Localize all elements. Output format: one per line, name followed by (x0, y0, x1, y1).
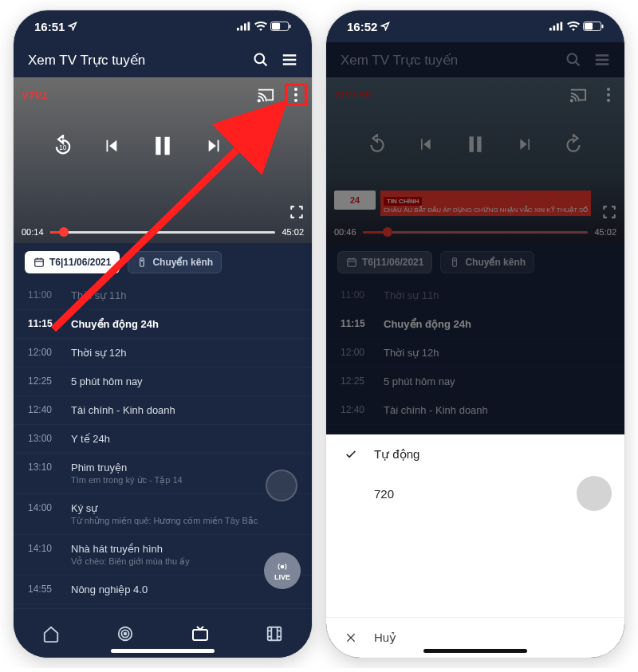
toolbar: T6|11/06/2021 Chuyển kênh (14, 243, 312, 281)
seek-bar[interactable]: 00:14 45:02 (22, 227, 304, 237)
location-icon (380, 22, 390, 31)
video-player[interactable]: VTV1 10 10 (14, 77, 312, 243)
schedule-list[interactable]: 11:00Thời sự 11h11:15Chuyển động 24h12:0… (14, 281, 312, 604)
switch-channel-chip[interactable]: Chuyển kênh (128, 251, 222, 273)
schedule-row[interactable]: 12:00Thời sự 12h (14, 339, 312, 367)
svg-rect-24 (140, 258, 144, 267)
status-bar: 16:52 (326, 10, 624, 42)
schedule-time: 14:00 (28, 502, 60, 513)
skip-next-icon (206, 137, 223, 155)
nav-home[interactable] (33, 616, 69, 651)
svg-rect-6 (289, 25, 291, 29)
svg-point-26 (281, 565, 284, 568)
svg-rect-20 (35, 259, 44, 266)
duration: 45:02 (282, 227, 304, 237)
player-controls: 10 10 (14, 130, 312, 162)
live-label: LIVE (274, 573, 290, 581)
signal-icon (549, 22, 564, 31)
schedule-row[interactable]: 14:00Ký sựTừ những miền quê: Hương cốm m… (14, 494, 312, 535)
assistive-touch-button[interactable] (577, 476, 612, 511)
svg-point-12 (258, 100, 260, 101)
modal-backdrop[interactable] (326, 42, 624, 434)
quality-label: Tự động (374, 447, 419, 462)
schedule-row[interactable]: 12:40Tài chính - Kinh doanh (14, 396, 312, 425)
signal-icon (237, 22, 251, 31)
schedule-time: 13:10 (28, 462, 60, 473)
forward-10-button[interactable]: 10 (250, 134, 274, 158)
wifi-icon (567, 22, 580, 31)
schedule-row[interactable]: 11:00Thời sự 11h (14, 281, 312, 310)
check-icon (344, 448, 358, 461)
seek-thumb[interactable] (59, 227, 69, 237)
schedule-title: Chuyển động 24h (71, 318, 297, 330)
pause-button[interactable] (147, 130, 179, 162)
radar-icon (116, 625, 134, 643)
svg-rect-2 (244, 23, 246, 30)
rewind-10-button[interactable]: 10 (51, 134, 75, 158)
schedule-time: 12:25 (28, 375, 60, 387)
phone-2: 16:52 Xem TV Trực tuyến VTV1 HD (325, 10, 625, 658)
nav-tv[interactable] (183, 616, 218, 651)
schedule-title: 5 phút hôm nay (71, 375, 297, 387)
schedule-time: 12:40 (28, 404, 60, 415)
svg-rect-42 (561, 22, 563, 31)
battery-icon (270, 22, 291, 31)
schedule-row[interactable]: 11:15Chuyển động 24h (14, 310, 312, 339)
nav-movies[interactable] (257, 616, 292, 651)
forward-10-icon: 10 (251, 135, 274, 157)
quality-option[interactable]: Tự động (326, 434, 624, 474)
tv-icon (191, 624, 210, 643)
hamburger-icon (281, 51, 298, 69)
cast-button[interactable] (254, 84, 277, 106)
svg-rect-39 (549, 28, 552, 31)
previous-button[interactable] (99, 134, 123, 158)
svg-rect-40 (553, 26, 556, 30)
close-icon (345, 631, 357, 644)
live-icon (277, 561, 288, 572)
schedule-title: Phim truyện (71, 462, 297, 474)
schedule-title: Nhà hát truyền hình (71, 543, 297, 555)
live-fab[interactable]: LIVE (264, 552, 301, 589)
schedule-time: 14:10 (28, 543, 60, 554)
switch-channel-label: Chuyển kênh (152, 257, 213, 268)
svg-line-8 (263, 62, 267, 66)
rewind-10-icon: 10 (52, 135, 74, 157)
schedule-title: Thời sự 12h (71, 347, 297, 359)
svg-rect-44 (585, 23, 593, 29)
status-time: 16:51 (34, 20, 65, 33)
date-label: T6|11/06/2021 (49, 257, 111, 268)
schedule-time: 11:15 (28, 318, 60, 329)
schedule-title: Tài chính - Kinh doanh (71, 404, 297, 416)
svg-rect-45 (602, 25, 604, 29)
schedule-title: Y tế 24h (71, 433, 297, 445)
svg-rect-41 (557, 23, 559, 30)
schedule-time: 11:00 (28, 289, 60, 301)
schedule-title: Nông nghiệp 4.0 (71, 584, 297, 595)
search-button[interactable] (251, 50, 270, 69)
pause-icon (151, 132, 175, 159)
date-picker-chip[interactable]: T6|11/06/2021 (25, 251, 120, 273)
battery-icon (583, 22, 604, 31)
schedule-subtitle: Vở chèo: Biên giới mùa thu ấy (71, 556, 297, 567)
schedule-title: Ký sự (71, 502, 297, 514)
home-indicator[interactable] (111, 649, 215, 653)
wifi-icon (254, 22, 267, 31)
schedule-title: Thời sự 11h (71, 289, 297, 301)
status-icons (237, 22, 291, 31)
next-button[interactable] (203, 134, 226, 158)
more-options-button[interactable] (285, 84, 307, 106)
cast-icon (257, 87, 274, 103)
schedule-row[interactable]: 12:255 phút hôm nay (14, 367, 312, 396)
more-vertical-icon (293, 87, 298, 103)
fullscreen-icon (289, 205, 304, 219)
nav-discover[interactable] (108, 616, 143, 651)
svg-point-29 (124, 632, 127, 635)
schedule-row[interactable]: 13:00Y tế 24h (14, 425, 312, 454)
assistive-touch-button[interactable] (266, 470, 297, 501)
home-indicator[interactable] (423, 649, 527, 653)
fullscreen-button[interactable] (289, 205, 304, 222)
quality-label: 720 (374, 487, 394, 501)
menu-button[interactable] (280, 50, 299, 69)
phone-1: 16:51 Xem TV Trực tuyến VTV1 (13, 10, 313, 658)
svg-text:10: 10 (258, 144, 266, 151)
